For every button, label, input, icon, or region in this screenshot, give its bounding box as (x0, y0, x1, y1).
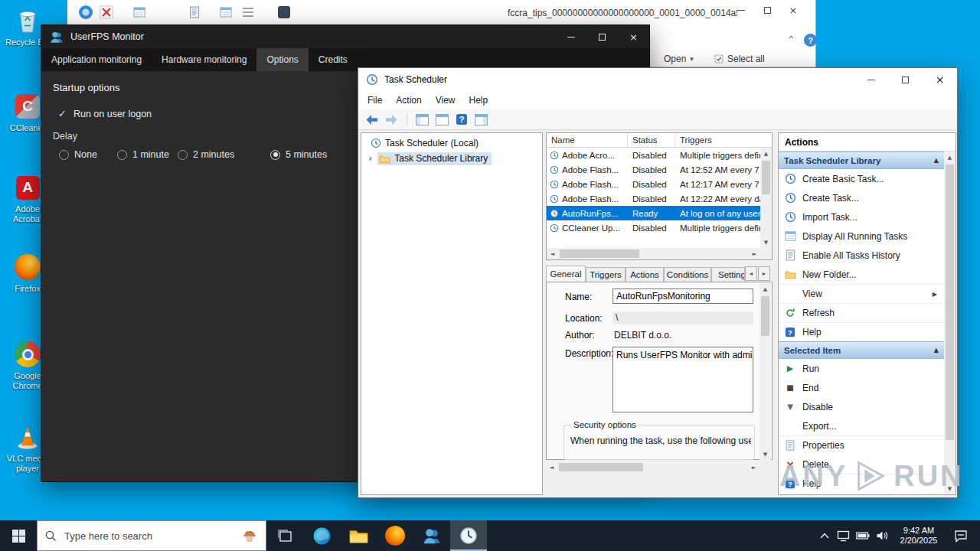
collapse-icon[interactable]: ▲ (934, 157, 939, 164)
tab-scroll-right-button[interactable]: ► (758, 266, 770, 281)
action-run[interactable]: ▶ Run (779, 359, 944, 378)
action-view[interactable]: View ▶ (779, 284, 944, 303)
action-properties[interactable]: Properties (779, 435, 944, 455)
action-export[interactable]: Export... (779, 416, 944, 435)
task-row-selected[interactable]: AutoRunFps... Ready At log on of any use… (547, 206, 760, 220)
tab-general[interactable]: General (546, 266, 586, 282)
action-help[interactable]: Help (779, 322, 944, 341)
tree-root-node[interactable]: Task Scheduler (Local) (361, 135, 542, 151)
show-hide-icon[interactable] (436, 114, 449, 126)
explorer-ribbon-icon[interactable] (277, 4, 291, 21)
menu-action[interactable]: Action (389, 95, 428, 106)
explorer-ribbon-icon[interactable] (242, 4, 254, 21)
tab-conditions[interactable]: Conditions (664, 267, 711, 282)
delay-radio-5-minutes[interactable]: 5 minutes (270, 149, 327, 160)
details-horizontal-scrollbar[interactable]: ◄ ► (546, 461, 760, 473)
explorer-close-button[interactable]: × (780, 0, 806, 20)
maximize-button[interactable] (888, 68, 923, 91)
userfps-minimize-button[interactable] (555, 25, 586, 48)
ribbon-collapse-icon[interactable]: ^ (788, 35, 794, 44)
actions-vertical-scrollbar[interactable]: ▲ ▼ (944, 152, 956, 494)
explorer-maximize-button[interactable] (754, 0, 780, 20)
delay-radio-none[interactable]: None (59, 149, 97, 160)
taskbar-edge[interactable] (303, 520, 340, 551)
action-end[interactable]: ■ End (779, 378, 944, 397)
action-create-basic-task[interactable]: Create Basic Task... (779, 169, 944, 188)
taskbar-file-explorer[interactable] (340, 520, 377, 551)
tray-network-icon[interactable] (834, 530, 853, 542)
explorer-qat-icon[interactable] (188, 4, 201, 21)
explorer-qat-icon[interactable] (100, 4, 113, 21)
tab-options[interactable]: Options (256, 48, 308, 71)
taskbar-firefox[interactable] (377, 520, 413, 551)
explorer-qat-icon[interactable] (78, 4, 93, 21)
tab-actions[interactable]: Actions (626, 267, 664, 282)
forward-icon[interactable] (385, 114, 398, 126)
details-vertical-scrollbar[interactable]: ▲ ▼ (760, 283, 771, 460)
delay-radio-1-minute[interactable]: 1 minute (117, 149, 169, 160)
explorer-select-all-button[interactable]: Select all (714, 54, 765, 64)
delay-radio-2-minutes[interactable]: 2 minutes (178, 149, 234, 160)
start-button[interactable] (0, 520, 37, 551)
tab-hardware-monitoring[interactable]: Hardware monitoring (152, 48, 256, 71)
scroll-up-icon[interactable]: ▲ (944, 152, 956, 163)
scrollbar-thumb[interactable] (559, 463, 643, 471)
tab-credits[interactable]: Credits (309, 48, 358, 71)
taskbar-clock[interactable]: 9:42 AM 2/20/2025 (891, 526, 946, 546)
task-list-horizontal-scrollbar[interactable]: ◄ ► (547, 248, 760, 259)
tree-library-node[interactable]: › Task Scheduler Library (361, 151, 542, 166)
userfps-maximize-button[interactable] (586, 25, 618, 48)
scroll-down-icon[interactable]: ▼ (760, 236, 772, 248)
task-scheduler-titlebar[interactable]: Task Scheduler × (358, 68, 957, 91)
tray-volume-icon[interactable] (872, 530, 891, 541)
action-pane-toggle-icon[interactable] (475, 114, 488, 126)
scroll-left-icon[interactable]: ◄ (546, 461, 557, 473)
run-on-logon-checkbox[interactable]: ✓ Run on user logon (58, 108, 152, 119)
action-refresh[interactable]: Refresh (779, 303, 944, 322)
console-tree-toggle-icon[interactable] (416, 114, 429, 126)
menu-help[interactable]: Help (462, 95, 495, 106)
column-header-status[interactable]: Status (628, 133, 675, 147)
task-row[interactable]: Adobe Flash... Disabled At 12:52 AM ever… (547, 162, 760, 177)
name-field[interactable]: AutoRunFpsMonitoring (612, 289, 753, 304)
scroll-right-icon[interactable]: ► (749, 248, 760, 259)
action-center-icon[interactable] (946, 530, 975, 543)
scrollbar-thumb[interactable] (761, 296, 769, 336)
explorer-open-button[interactable]: Open ▾ (664, 54, 694, 64)
scrollbar-thumb[interactable] (762, 161, 770, 194)
taskbar-task-scheduler[interactable] (450, 520, 487, 551)
menu-view[interactable]: View (429, 95, 462, 106)
explorer-help-icon[interactable]: ? (804, 34, 817, 47)
task-row[interactable]: CCleaner Up... Disabled Multiple trigger… (547, 220, 760, 235)
tab-scroll-left-button[interactable]: ◄ (745, 266, 757, 281)
scroll-left-icon[interactable]: ◄ (547, 248, 558, 259)
menu-file[interactable]: File (361, 95, 389, 106)
scrollbar-thumb[interactable] (560, 249, 639, 258)
minimize-button[interactable] (854, 68, 888, 91)
task-row[interactable]: Adobe Flash... Disabled At 12:17 AM ever… (547, 177, 760, 191)
tab-application-monitoring[interactable]: Application monitoring (41, 48, 152, 71)
taskbar-search[interactable]: Type here to search (37, 520, 266, 551)
action-new-folder[interactable]: New Folder... (779, 265, 944, 284)
actions-group-header-library[interactable]: Task Scheduler Library ▲ (779, 152, 944, 169)
tab-triggers[interactable]: Triggers (586, 267, 626, 282)
action-import-task[interactable]: Import Task... (779, 207, 944, 227)
explorer-minimize-button[interactable] (728, 0, 754, 20)
back-icon[interactable] (365, 114, 378, 126)
tab-settings[interactable]: Settings (711, 267, 745, 282)
explorer-qat-icon[interactable] (132, 4, 147, 21)
scrollbar-thumb[interactable] (946, 165, 954, 440)
tray-chevron-icon[interactable] (815, 533, 834, 539)
toolbar-help-icon[interactable] (456, 113, 468, 126)
task-row[interactable]: Adobe Flash... Disabled At 12:22 AM ever… (547, 191, 760, 206)
taskbar-userfps[interactable] (413, 520, 450, 551)
scroll-down-icon[interactable]: ▼ (760, 448, 771, 460)
tray-battery-icon[interactable] (853, 532, 872, 540)
action-create-task[interactable]: Create Task... (779, 188, 944, 207)
column-header-triggers[interactable]: Triggers (675, 133, 772, 147)
scroll-right-icon[interactable]: ► (748, 461, 760, 473)
userfps-titlebar[interactable]: UserFPS Monitor × (41, 25, 649, 48)
expander-icon[interactable]: › (368, 155, 372, 162)
scroll-up-icon[interactable]: ▲ (760, 283, 771, 295)
collapse-icon[interactable]: ▲ (934, 347, 939, 354)
